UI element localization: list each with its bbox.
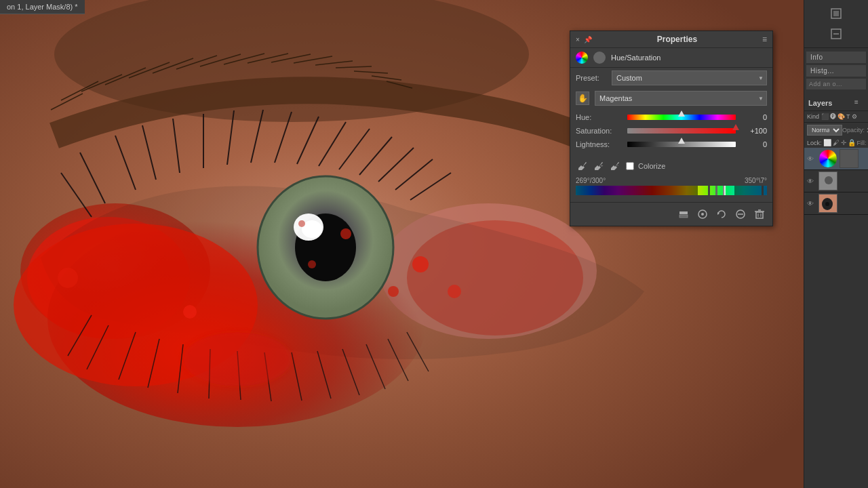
mask-icon	[593, 52, 606, 64]
layer-item-2[interactable]: 👁	[804, 170, 868, 192]
channel-select[interactable]: Magentas	[595, 91, 767, 106]
preset-row: Preset: Custom ▼	[570, 68, 772, 88]
lock-transparent-icon[interactable]: ⬜	[823, 139, 831, 146]
colorize-label: Colorize	[638, 162, 665, 170]
hue-label: Hue:	[576, 113, 623, 121]
svg-point-15	[298, 220, 305, 227]
hue-sat-icon	[576, 52, 588, 64]
clip-to-below-btn[interactable]	[676, 207, 691, 222]
hue-value: 0	[740, 113, 767, 121]
blend-mode-select[interactable]: Normal	[807, 125, 842, 136]
range-handle-left[interactable]	[708, 186, 710, 195]
sample-tool-icons: + -	[576, 159, 622, 173]
props-pin-btn[interactable]: 📌	[584, 36, 592, 43]
lightness-slider-container	[627, 140, 736, 149]
saturation-value: +100	[740, 127, 767, 135]
layer-thumb-3	[818, 194, 837, 213]
lightness-label: Lightness:	[576, 140, 623, 148]
layer-thumb-2	[818, 171, 837, 190]
properties-panel: × 📌 Properties ≡ Hue/Saturation Preset: …	[570, 30, 773, 226]
svg-point-77	[825, 202, 829, 206]
view-previous-btn[interactable]	[695, 207, 710, 222]
lightness-slider-row: Lightness: 0	[576, 140, 767, 149]
svg-rect-70	[833, 11, 839, 16]
svg-point-13	[340, 228, 351, 239]
preset-select[interactable]: Custom	[612, 70, 767, 85]
svg-rect-80	[679, 211, 688, 214]
svg-point-63	[412, 256, 429, 272]
svg-point-83	[701, 213, 704, 216]
svg-point-65	[448, 285, 461, 298]
props-menu-btn[interactable]: ≡	[762, 35, 767, 44]
svg-text:-: -	[617, 163, 618, 167]
range-end: 350°\7°	[745, 177, 767, 184]
layer-visibility-2[interactable]: 👁	[807, 178, 816, 185]
props-close-btn[interactable]: ×	[576, 36, 580, 43]
subtract-sample-tool[interactable]: -	[608, 159, 622, 173]
properties-titlebar: × 📌 Properties ≡	[570, 31, 772, 48]
lock-all-icon[interactable]: 🔒	[848, 139, 856, 146]
lock-position-icon[interactable]: ✛	[841, 139, 846, 146]
layer-mask-thumb-1	[840, 149, 859, 168]
kind-label: Kind	[807, 113, 819, 120]
layer-item-1[interactable]: 👁	[804, 148, 868, 170]
layers-section: Layers ≡ Kind ⬛ 🅟 🎨 T ⚙ Normal Opacity:	[804, 96, 868, 488]
preset-label: Preset:	[576, 74, 606, 82]
hue-slider-row: Hue: 0	[576, 113, 767, 122]
layer-visibility-1[interactable]: 👁	[807, 155, 816, 163]
add-sample-tool[interactable]: +	[592, 159, 606, 173]
channel-hand-icon[interactable]: ✋	[576, 92, 589, 105]
range-overlay-right	[734, 186, 767, 195]
kind-icons: ⬛ 🅟 🎨 T ⚙	[821, 113, 857, 120]
colorize-checkbox[interactable]	[626, 162, 634, 170]
channel-dropdown-container: Magentas ▼	[595, 91, 767, 106]
panel-icon-2	[828, 26, 844, 42]
properties-title: Properties	[657, 35, 697, 44]
delete-btn[interactable]	[752, 207, 767, 222]
histogram-tab[interactable]: Histg...	[806, 64, 867, 77]
svg-point-74	[825, 176, 833, 184]
svg-point-64	[388, 286, 399, 297]
range-start: 269°/300°	[576, 177, 606, 184]
color-range-bar[interactable]	[576, 186, 767, 195]
sliders-section: Hue: 0 Saturation: +100	[570, 108, 772, 157]
layers-title: Layers	[808, 99, 832, 107]
svg-text:+: +	[601, 163, 604, 167]
right-panel: Info Histg... Add an o... Layers ≡ Kind …	[804, 0, 868, 488]
reset-btn[interactable]	[714, 207, 729, 222]
layer-visibility-3[interactable]: 👁	[807, 200, 816, 207]
properties-subtitle-bar: Hue/Saturation	[570, 48, 772, 68]
range-values: 269°/300° 350°\7°	[576, 177, 767, 184]
info-tab[interactable]: Info	[806, 51, 867, 64]
colorize-row: + - Colorize	[570, 157, 772, 173]
svg-point-67	[183, 305, 197, 319]
svg-point-66	[58, 268, 78, 288]
lock-label: Lock:	[807, 140, 822, 146]
saturation-slider-row: Saturation: +100	[576, 126, 767, 136]
canvas-tab[interactable]: on 1, Layer Mask/8) *	[0, 0, 85, 14]
svg-rect-81	[679, 215, 688, 218]
lock-image-icon[interactable]: 🖌	[833, 139, 840, 146]
svg-rect-87	[756, 212, 763, 218]
panel-icon-1	[828, 5, 844, 22]
saturation-slider-container	[627, 126, 736, 136]
layer-item-3[interactable]: 👁	[804, 192, 868, 215]
cursor-indicator	[724, 186, 726, 195]
layer-thumb-1	[818, 149, 837, 168]
bottom-tools	[570, 202, 772, 226]
hue-sat-label: Hue/Saturation	[611, 54, 660, 62]
channel-row: ✋ Magentas ▼	[570, 88, 772, 108]
saturation-label: Saturation:	[576, 127, 623, 135]
hue-slider-container	[627, 113, 736, 122]
preset-dropdown-container: Custom ▼	[612, 70, 767, 85]
range-overlay-left	[576, 186, 698, 195]
lightness-value: 0	[740, 140, 767, 148]
add-tab[interactable]: Add an o...	[806, 78, 867, 90]
layers-menu-icon[interactable]: ≡	[854, 98, 864, 108]
svg-point-68	[183, 332, 292, 386]
color-range-section: 269°/300° 350°\7°	[570, 173, 772, 199]
range-handle-left2[interactable]	[715, 186, 717, 195]
toggle-effect-btn[interactable]	[733, 207, 748, 222]
eyedropper-tool[interactable]	[576, 159, 589, 173]
svg-point-14	[308, 260, 316, 268]
